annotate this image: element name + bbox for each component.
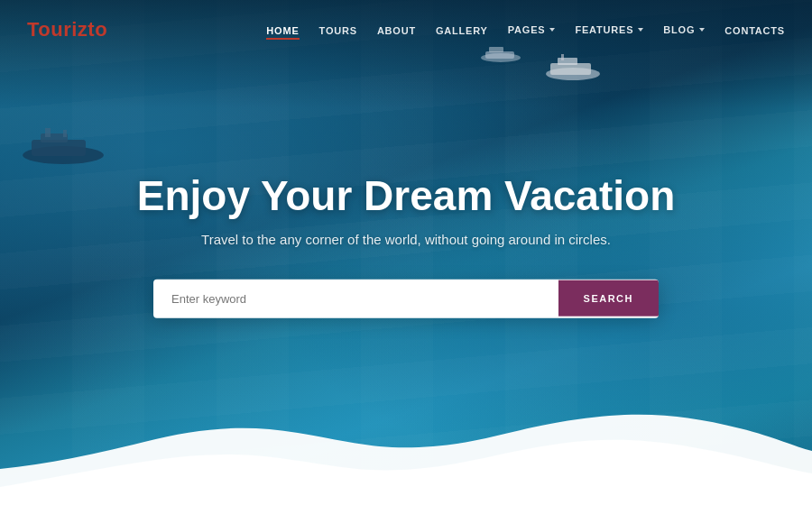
search-bar: SEARCH: [153, 279, 659, 317]
nav-link-gallery[interactable]: GALLERY: [436, 25, 488, 36]
hero-subtitle: Travel to the any corner of the world, w…: [90, 231, 722, 246]
chevron-down-icon: [549, 28, 555, 32]
nav-link-about[interactable]: ABOUT: [377, 25, 416, 36]
logo-accent: to: [88, 18, 107, 41]
search-input[interactable]: [153, 279, 558, 317]
logo[interactable]: Tourizto: [27, 18, 107, 41]
nav-item-gallery[interactable]: GALLERY: [436, 22, 488, 38]
ship-left: [18, 126, 108, 167]
chevron-down-icon: [638, 28, 643, 32]
nav-item-home[interactable]: HOME: [266, 22, 299, 38]
nav-item-blog[interactable]: BLOG: [663, 24, 705, 35]
nav-link-pages[interactable]: PAGES: [508, 24, 556, 35]
nav-item-pages[interactable]: PAGES: [508, 24, 556, 35]
search-button[interactable]: SEARCH: [558, 280, 659, 317]
nav-menu: HOME TOURS ABOUT GALLERY PAGES FEATURES …: [266, 22, 785, 38]
nav-link-features[interactable]: FEATURES: [575, 24, 643, 35]
nav-link-blog[interactable]: BLOG: [663, 24, 705, 35]
nav-item-about[interactable]: ABOUT: [377, 22, 416, 38]
chevron-down-icon: [699, 28, 705, 32]
hero-content: Enjoy Your Dream Vacation Travel to the …: [90, 173, 722, 318]
nav-item-contacts[interactable]: CONTACTS: [724, 22, 785, 38]
svg-rect-3: [45, 128, 51, 137]
nav-item-features[interactable]: FEATURES: [575, 24, 643, 35]
nav-link-tours[interactable]: TOURS: [319, 25, 357, 36]
hero-section: Tourizto HOME TOURS ABOUT GALLERY PAGES …: [0, 0, 812, 505]
nav-link-home[interactable]: HOME: [266, 25, 299, 40]
svg-rect-4: [63, 130, 67, 137]
navbar: Tourizto HOME TOURS ABOUT GALLERY PAGES …: [0, 0, 812, 60]
wave-bottom: [0, 361, 812, 505]
nav-item-tours[interactable]: TOURS: [319, 22, 357, 38]
nav-link-contacts[interactable]: CONTACTS: [724, 25, 785, 36]
hero-title: Enjoy Your Dream Vacation: [90, 173, 722, 219]
logo-text: Touriz: [27, 18, 88, 41]
